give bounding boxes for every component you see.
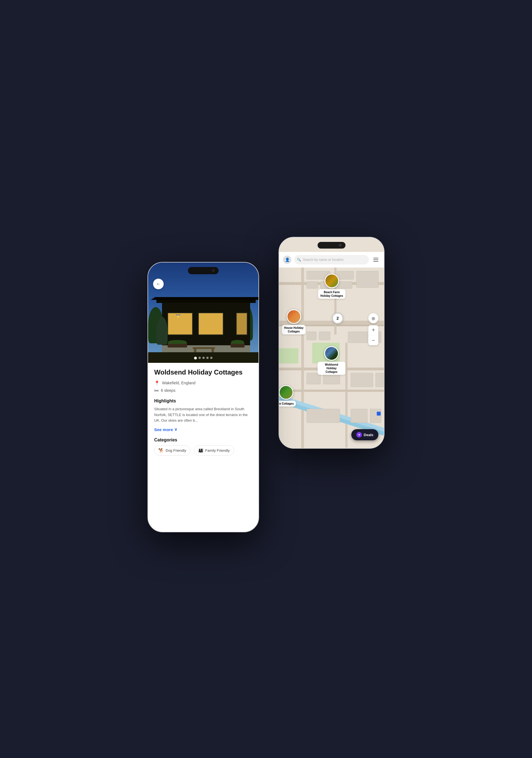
dot-3[interactable] — [202, 357, 205, 359]
see-more-button[interactable]: See more ∨ — [154, 427, 252, 432]
map-compass[interactable]: ◎ — [368, 313, 378, 323]
dot-4[interactable] — [206, 357, 209, 359]
dot-5[interactable] — [210, 357, 212, 359]
hero-image: ← — [148, 262, 259, 363]
menu-line — [373, 258, 378, 258]
phones-container: 👤 🔍 Search by name or location Beach Far… — [148, 226, 384, 532]
highlights-text: Situated in a picturesque area called Br… — [154, 406, 252, 424]
svg-rect-19 — [307, 331, 316, 340]
svg-rect-3 — [301, 265, 304, 448]
family-icon: 👨‍👩‍👧 — [198, 448, 203, 453]
building-scene — [148, 291, 259, 363]
dot-1[interactable] — [194, 357, 197, 360]
cluster-count: 2 — [337, 316, 339, 321]
sleeps-row: 🛏 6 sleeps — [154, 388, 252, 393]
te-cottages-image-inner — [280, 386, 293, 399]
window-2 — [198, 313, 223, 335]
chevron-down-icon: ∨ — [174, 427, 177, 432]
svg-rect-21 — [348, 331, 367, 343]
svg-rect-26 — [375, 373, 384, 387]
property-meta: 📍 Wakefield, England 🛏 6 sleeps — [154, 380, 252, 393]
categories-section: Categories 🐕 Dog Friendly 👨‍👩‍👧 Family F… — [154, 437, 252, 456]
svg-rect-5 — [345, 343, 347, 448]
planter-left-plants — [168, 340, 187, 344]
planter-right-plants — [231, 340, 244, 344]
te-cottages-pin-image — [279, 385, 293, 399]
sleeps-text: 6 sleeps — [161, 388, 175, 393]
map-header: 👤 🔍 Search by name or location — [279, 252, 384, 267]
tree-left-2 — [157, 317, 167, 345]
svg-rect-16 — [356, 271, 378, 288]
detail-phone-side-button-top — [148, 324, 148, 335]
deals-star-icon: ✦ — [356, 432, 362, 437]
roof-peak — [151, 297, 259, 300]
image-dots — [194, 357, 212, 360]
detail-phone-side-button-mid — [148, 338, 148, 349]
detail-content: Woldsend Holiday Cottages 📍 Wakefield, E… — [148, 363, 259, 462]
woldsend-pin-image — [324, 346, 339, 361]
category-family-friendly[interactable]: 👨‍👩‍👧 Family Friendly — [194, 445, 234, 456]
map-pin-house-holiday[interactable]: House Holiday Cottages — [282, 309, 305, 334]
profile-icon-symbol: 👤 — [285, 258, 290, 262]
svg-rect-27 — [307, 409, 340, 423]
map-search-bar[interactable]: 🔍 Search by name or location — [294, 255, 369, 264]
category-dog-friendly[interactable]: 🐕 Dog Friendly — [154, 445, 191, 456]
location-text: Wakefield, England — [162, 381, 195, 385]
bench-leg-1 — [194, 348, 196, 352]
back-button[interactable]: ← — [153, 279, 164, 289]
phone-map: 👤 🔍 Search by name or location Beach Far… — [278, 237, 384, 449]
map-pin-beach-farm[interactable]: Beach Farm Holiday Cottages — [318, 274, 345, 299]
svg-rect-29 — [370, 409, 381, 423]
deals-label: Deals — [364, 433, 373, 437]
dot-2[interactable] — [198, 357, 201, 359]
svg-rect-28 — [351, 409, 367, 423]
window-3 — [236, 313, 247, 335]
bed-icon: 🛏 — [154, 388, 159, 393]
beach-farm-image-inner — [325, 274, 338, 287]
back-arrow-icon: ← — [156, 282, 160, 287]
exterior-light-bracket — [176, 314, 180, 316]
detail-phone-notch — [188, 267, 219, 274]
beach-farm-pin-image — [325, 274, 339, 288]
map-pin-woldsend[interactable]: Woldsend Holiday Cottages — [318, 346, 345, 375]
house-holiday-image-inner — [288, 310, 300, 323]
location-row: 📍 Wakefield, England — [154, 380, 252, 386]
categories-row: 🐕 Dog Friendly 👨‍👩‍👧 Family Friendly — [154, 445, 252, 456]
svg-rect-17 — [279, 348, 298, 363]
search-icon: 🔍 — [297, 258, 301, 262]
svg-rect-12 — [307, 282, 318, 289]
phone-detail: ← Woldsend Holiday Cottages 📍 Wakefield,… — [148, 262, 259, 532]
map-pin-te-cottages[interactable]: te Cottages — [278, 385, 296, 407]
menu-icon[interactable] — [372, 256, 380, 264]
search-placeholder-text: Search by name or location — [303, 258, 343, 262]
map-zoom-controls: + − — [368, 325, 378, 345]
zoom-out-button[interactable]: − — [368, 335, 378, 345]
window-1 — [167, 313, 193, 335]
house-holiday-label: House Holiday Cottages — [282, 325, 305, 334]
property-title: Woldsend Holiday Cottages — [154, 368, 252, 376]
compass-icon: ◎ — [372, 316, 375, 321]
zoom-in-button[interactable]: + — [368, 325, 378, 335]
map-phone-notch — [318, 242, 345, 249]
beach-farm-label: Beach Farm Holiday Cottages — [318, 289, 345, 299]
dog-friendly-label: Dog Friendly — [166, 448, 186, 453]
deals-button[interactable]: ✦ Deals — [351, 429, 378, 440]
svg-rect-25 — [351, 373, 373, 387]
te-cottages-label: te Cottages — [278, 401, 296, 407]
location-pin-icon: 📍 — [154, 380, 160, 386]
highlights-heading: Highlights — [154, 398, 252, 403]
woldsend-label: Woldsend Holiday Cottages — [318, 362, 345, 375]
see-more-label: See more — [154, 427, 173, 432]
family-friendly-label: Family Friendly — [205, 448, 230, 453]
menu-line — [373, 259, 378, 260]
map-cluster[interactable]: 2 — [332, 313, 343, 324]
house-holiday-pin-image — [287, 309, 301, 324]
dog-icon: 🐕 — [159, 448, 164, 453]
profile-icon[interactable]: 👤 — [283, 256, 291, 264]
woldsend-image-inner — [325, 347, 338, 360]
svg-rect-20 — [319, 331, 330, 340]
bench-leg-2 — [212, 348, 214, 352]
building-body — [162, 301, 250, 346]
menu-line — [373, 261, 378, 262]
categories-heading: Categories — [154, 437, 252, 442]
